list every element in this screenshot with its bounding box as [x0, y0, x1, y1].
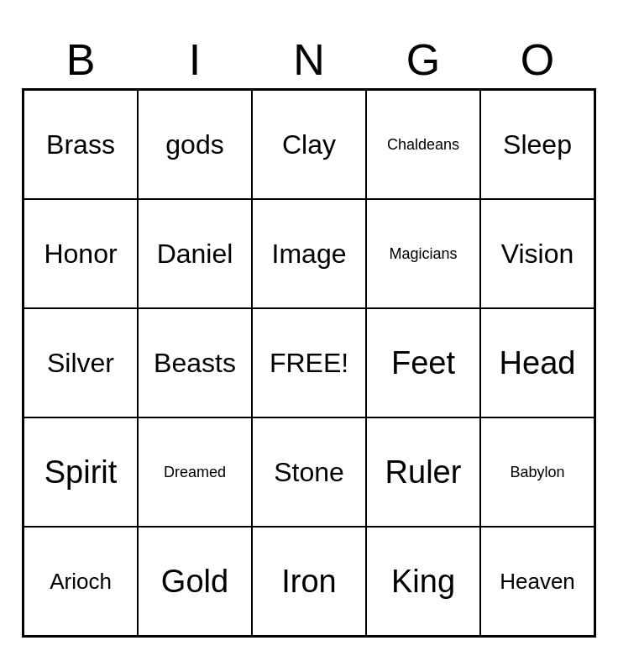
cell-4-1: Gold — [138, 527, 252, 636]
bingo-header: BINGO — [24, 34, 594, 85]
cell-2-2: FREE! — [252, 308, 366, 417]
header-letter-G: G — [366, 34, 480, 85]
header-letter-N: N — [252, 34, 366, 85]
cell-0-2: Clay — [252, 90, 366, 199]
cell-3-1: Dreamed — [138, 417, 252, 527]
cell-0-4: Sleep — [480, 90, 594, 199]
header-letter-O: O — [480, 34, 594, 85]
cell-4-4: Heaven — [480, 527, 594, 636]
cell-2-1: Beasts — [138, 308, 252, 417]
cell-1-1: Daniel — [138, 199, 252, 308]
cell-1-0: Honor — [24, 199, 138, 308]
cell-3-4: Babylon — [480, 417, 594, 527]
cell-4-0: Arioch — [24, 527, 138, 636]
cell-0-1: gods — [138, 90, 252, 199]
cell-4-2: Iron — [252, 527, 366, 636]
cell-2-0: Silver — [24, 308, 138, 417]
bingo-grid: BrassgodsClayChaldeansSleepHonorDanielIm… — [22, 88, 596, 638]
cell-0-0: Brass — [24, 90, 138, 199]
cell-1-2: Image — [252, 199, 366, 308]
bingo-card: BINGO BrassgodsClayChaldeansSleepHonorDa… — [15, 34, 603, 638]
cell-3-3: Ruler — [366, 417, 480, 527]
cell-4-3: King — [366, 527, 480, 636]
header-letter-B: B — [24, 34, 138, 85]
cell-1-4: Vision — [480, 199, 594, 308]
cell-1-3: Magicians — [366, 199, 480, 308]
cell-3-0: Spirit — [24, 417, 138, 527]
cell-0-3: Chaldeans — [366, 90, 480, 199]
cell-2-3: Feet — [366, 308, 480, 417]
cell-2-4: Head — [480, 308, 594, 417]
cell-3-2: Stone — [252, 417, 366, 527]
header-letter-I: I — [138, 34, 252, 85]
